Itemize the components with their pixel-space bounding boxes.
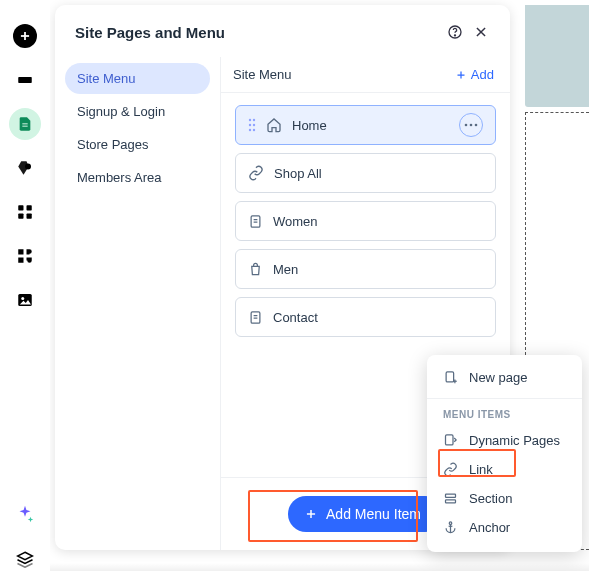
sidebar-item-label: Site Menu — [77, 71, 136, 86]
apps-icon[interactable] — [13, 200, 37, 224]
menu-item-label: Women — [273, 214, 318, 229]
dropdown-item-new-page[interactable]: New page — [427, 363, 582, 392]
sidebar-item-store-pages[interactable]: Store Pages — [65, 129, 210, 160]
menu-item-label: Men — [273, 262, 298, 277]
svg-rect-6 — [18, 205, 23, 210]
drag-handle-icon[interactable] — [248, 118, 256, 132]
add-link[interactable]: Add — [455, 67, 494, 82]
canvas-header-block — [525, 5, 589, 107]
add-menu-dropdown: New page MENU ITEMS Dynamic Pages Link S… — [427, 355, 582, 552]
anchor-icon — [443, 520, 459, 535]
close-icon[interactable] — [468, 19, 494, 45]
svg-rect-40 — [446, 494, 456, 497]
svg-rect-9 — [27, 214, 32, 219]
dropdown-item-label: Dynamic Pages — [469, 433, 560, 448]
svg-point-19 — [249, 119, 251, 121]
sidebar-item-label: Signup & Login — [77, 104, 165, 119]
dropdown-item-dynamic-pages[interactable]: Dynamic Pages — [427, 426, 582, 455]
menu-item-shop-all[interactable]: Shop All — [235, 153, 496, 193]
layers-icon[interactable] — [13, 547, 37, 571]
link-icon — [443, 462, 459, 477]
main-header-title: Site Menu — [233, 67, 455, 82]
sidebar-item-site-menu[interactable]: Site Menu — [65, 63, 210, 94]
menu-item-label: Shop All — [274, 166, 322, 181]
sidebar-item-members-area[interactable]: Members Area — [65, 162, 210, 193]
svg-point-22 — [253, 124, 255, 126]
svg-rect-41 — [446, 500, 456, 503]
svg-point-24 — [253, 129, 255, 131]
svg-point-5 — [25, 164, 31, 170]
bottom-shadow — [0, 563, 589, 571]
plugins-icon[interactable] — [13, 244, 37, 268]
add-menu-item-button[interactable]: Add Menu Item — [288, 496, 443, 532]
menu-item-label: Home — [292, 118, 327, 133]
add-menu-item-label: Add Menu Item — [326, 506, 421, 522]
bag-icon — [248, 262, 263, 277]
add-link-label: Add — [471, 67, 494, 82]
sidebar-item-label: Store Pages — [77, 137, 149, 152]
menu-item-home[interactable]: Home — [235, 105, 496, 145]
sidebar-item-signup-login[interactable]: Signup & Login — [65, 96, 210, 127]
menu-item-men[interactable]: Men — [235, 249, 496, 289]
svg-rect-8 — [18, 214, 23, 219]
svg-point-27 — [475, 124, 478, 127]
svg-point-14 — [454, 35, 455, 36]
svg-rect-36 — [446, 372, 454, 382]
svg-point-26 — [470, 124, 473, 127]
svg-point-42 — [449, 522, 452, 525]
svg-point-23 — [249, 129, 251, 131]
new-page-icon — [443, 370, 459, 385]
dynamic-pages-icon — [443, 433, 459, 448]
home-icon — [266, 117, 282, 133]
dropdown-item-link[interactable]: Link — [427, 455, 582, 484]
panel-sidebar: Site Menu Signup & Login Store Pages Mem… — [55, 57, 220, 550]
svg-point-20 — [253, 119, 255, 121]
menu-item-women[interactable]: Women — [235, 201, 496, 241]
dropdown-item-label: Anchor — [469, 520, 510, 535]
section-icon — [443, 491, 459, 506]
media-icon[interactable] — [13, 288, 37, 312]
dropdown-item-section[interactable]: Section — [427, 484, 582, 513]
svg-rect-7 — [27, 205, 32, 210]
panel-header: Site Pages and Menu — [55, 5, 510, 57]
svg-rect-3 — [22, 123, 27, 124]
link-icon — [248, 165, 264, 181]
add-element-icon[interactable] — [13, 24, 37, 48]
ai-sparkle-icon[interactable] — [13, 503, 37, 527]
dropdown-heading: MENU ITEMS — [427, 398, 582, 426]
svg-point-21 — [249, 124, 251, 126]
svg-marker-12 — [18, 552, 33, 560]
svg-rect-2 — [18, 77, 32, 83]
svg-rect-39 — [446, 435, 454, 445]
design-icon[interactable] — [13, 156, 37, 180]
panel-title: Site Pages and Menu — [75, 24, 442, 41]
page-icon — [248, 310, 263, 325]
sidebar-item-label: Members Area — [77, 170, 162, 185]
dropdown-item-label: Section — [469, 491, 512, 506]
page-icon — [248, 214, 263, 229]
section-icon[interactable] — [13, 68, 37, 92]
svg-point-25 — [465, 124, 468, 127]
svg-rect-4 — [22, 126, 27, 127]
dropdown-item-label: Link — [469, 462, 493, 477]
menu-item-contact[interactable]: Contact — [235, 297, 496, 337]
pages-icon[interactable] — [9, 108, 41, 140]
main-header: Site Menu Add — [221, 57, 510, 93]
help-icon[interactable] — [442, 19, 468, 45]
more-icon[interactable] — [459, 113, 483, 137]
left-rail — [0, 0, 50, 571]
dropdown-item-anchor[interactable]: Anchor — [427, 513, 582, 542]
svg-point-11 — [21, 297, 24, 300]
dropdown-item-label: New page — [469, 370, 528, 385]
menu-item-label: Contact — [273, 310, 318, 325]
